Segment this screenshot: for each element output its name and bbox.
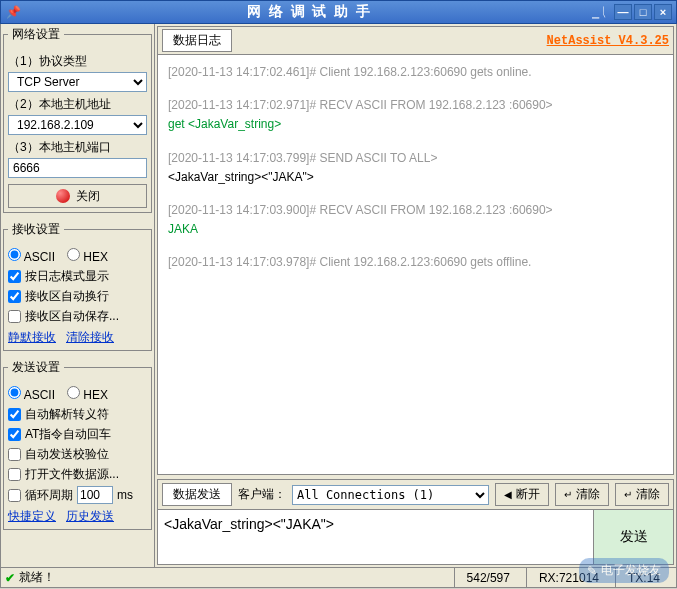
send-hex-radio[interactable]: HEX bbox=[67, 386, 108, 402]
cycle-checkbox[interactable] bbox=[8, 489, 21, 502]
send-row: 发送 bbox=[157, 509, 674, 565]
cycle-input[interactable] bbox=[77, 486, 113, 504]
protocol-select[interactable]: TCP Server bbox=[8, 72, 147, 92]
shortcut-define-link[interactable]: 快捷定义 bbox=[8, 508, 56, 525]
close-connection-button[interactable]: 关闭 bbox=[8, 184, 147, 208]
right-panel: 数据日志 NetAssist V4.3.25 [2020-11-13 14:17… bbox=[155, 24, 676, 567]
auto-checksum-checkbox[interactable] bbox=[8, 448, 21, 461]
arrow-left-icon: ◀ bbox=[504, 489, 512, 500]
host-label: （2）本地主机地址 bbox=[8, 96, 147, 113]
silent-recv-link[interactable]: 静默接收 bbox=[8, 329, 56, 346]
recv-hex-radio[interactable]: HEX bbox=[67, 248, 108, 264]
watermark: ✎ 电子发烧友 bbox=[579, 558, 669, 583]
maximize-button[interactable]: □ bbox=[634, 4, 652, 20]
minimize-button[interactable]: — bbox=[614, 4, 632, 20]
sweep-icon-2: ↵ bbox=[624, 489, 632, 500]
at-auto-cr-checkbox[interactable] bbox=[8, 428, 21, 441]
close-button-label: 关闭 bbox=[76, 188, 100, 205]
network-settings-legend: 网络设置 bbox=[8, 26, 64, 43]
send-tab[interactable]: 数据发送 bbox=[162, 483, 232, 506]
recv-auto-wrap-checkbox[interactable] bbox=[8, 290, 21, 303]
send-settings-group: 发送设置 ASCII HEX 自动解析转义符 AT指令自动回车 自动发送校验位 … bbox=[3, 359, 152, 530]
recv-auto-save-checkbox[interactable] bbox=[8, 310, 21, 323]
log-header: 数据日志 NetAssist V4.3.25 bbox=[157, 26, 674, 55]
statusbar: ✔ 就绪！ 542/597 RX:721014 TX:14 bbox=[0, 568, 677, 588]
spacer-icon: ⎯⎝ bbox=[592, 5, 606, 19]
send-settings-legend: 发送设置 bbox=[8, 359, 64, 376]
protocol-label: （1）协议类型 bbox=[8, 53, 147, 70]
client-label: 客户端： bbox=[238, 486, 286, 503]
send-header: 数据发送 客户端： All Connections (1) ◀断开 ↵清除 ↵清… bbox=[157, 479, 674, 509]
record-icon bbox=[56, 189, 70, 203]
host-select[interactable]: 192.168.2.109 bbox=[8, 115, 147, 135]
open-file-source-checkbox[interactable] bbox=[8, 468, 21, 481]
status-ready: 就绪！ bbox=[19, 569, 55, 586]
history-send-link[interactable]: 历史发送 bbox=[66, 508, 114, 525]
port-input[interactable] bbox=[8, 158, 147, 178]
watermark-icon: ✎ bbox=[587, 564, 597, 578]
log-tab[interactable]: 数据日志 bbox=[162, 29, 232, 52]
client-select[interactable]: All Connections (1) bbox=[292, 485, 489, 505]
ready-icon: ✔ bbox=[5, 571, 15, 585]
recv-settings-legend: 接收设置 bbox=[8, 221, 64, 238]
recv-log-mode-checkbox[interactable] bbox=[8, 270, 21, 283]
send-ascii-radio[interactable]: ASCII bbox=[8, 386, 55, 402]
pin-icon[interactable]: 📌 bbox=[5, 4, 21, 20]
auto-escape-checkbox[interactable] bbox=[8, 408, 21, 421]
left-panel: 网络设置 （1）协议类型 TCP Server （2）本地主机地址 192.16… bbox=[1, 24, 155, 567]
titlebar: 📌 网 络 调 试 助 手 ⎯⎝ — □ × bbox=[0, 0, 677, 24]
clear-button-1[interactable]: ↵清除 bbox=[555, 483, 609, 506]
sweep-icon: ↵ bbox=[564, 489, 572, 500]
network-settings-group: 网络设置 （1）协议类型 TCP Server （2）本地主机地址 192.16… bbox=[3, 26, 152, 213]
port-label: （3）本地主机端口 bbox=[8, 139, 147, 156]
recv-ascii-radio[interactable]: ASCII bbox=[8, 248, 55, 264]
brand-link[interactable]: NetAssist V4.3.25 bbox=[547, 34, 669, 48]
clear-button-2[interactable]: ↵清除 bbox=[615, 483, 669, 506]
close-window-button[interactable]: × bbox=[654, 4, 672, 20]
send-button[interactable]: 发送 bbox=[593, 510, 673, 564]
status-count: 542/597 bbox=[454, 568, 522, 587]
recv-settings-group: 接收设置 ASCII HEX 按日志模式显示 接收区自动换行 接收区自动保存..… bbox=[3, 221, 152, 351]
log-body[interactable]: [2020-11-13 14:17:02.461]# Client 192.16… bbox=[157, 55, 674, 475]
clear-recv-link[interactable]: 清除接收 bbox=[66, 329, 114, 346]
main-area: 网络设置 （1）协议类型 TCP Server （2）本地主机地址 192.16… bbox=[0, 24, 677, 568]
send-input[interactable] bbox=[158, 510, 593, 564]
disconnect-button[interactable]: ◀断开 bbox=[495, 483, 549, 506]
window-title: 网 络 调 试 助 手 bbox=[27, 3, 592, 21]
